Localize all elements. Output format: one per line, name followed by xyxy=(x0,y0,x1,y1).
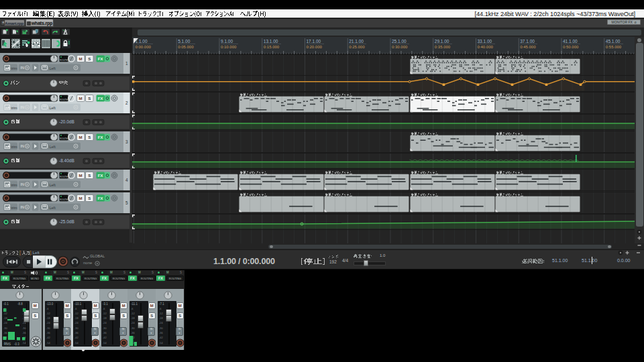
svg-text:Left: Left xyxy=(50,144,56,148)
svg-text:M: M xyxy=(79,135,83,139)
svg-text:1: 1 xyxy=(125,61,128,66)
svg-text:trim: trim xyxy=(11,105,18,109)
svg-text:IN: IN xyxy=(21,182,25,186)
svg-text:IN: IN xyxy=(21,66,25,70)
svg-text:trim: trim xyxy=(11,144,18,148)
svg-text:ROUTE: ROUTE xyxy=(60,99,68,101)
svg-text:M: M xyxy=(79,96,83,101)
svg-text:M: M xyxy=(79,173,83,178)
svg-text:S: S xyxy=(88,196,91,200)
svg-text:2: 2 xyxy=(125,101,128,105)
svg-text:S: S xyxy=(88,173,91,178)
svg-text:FX: FX xyxy=(98,196,103,200)
svg-text:S: S xyxy=(88,135,91,139)
svg-text:Left: Left xyxy=(50,183,56,187)
svg-text:IN: IN xyxy=(21,105,25,109)
svg-text:trim: trim xyxy=(11,205,18,209)
svg-text:FX: FX xyxy=(98,96,103,100)
svg-text:3: 3 xyxy=(125,139,128,144)
svg-text:ROUTE: ROUTE xyxy=(60,137,68,140)
svg-text:FX: FX xyxy=(98,174,103,178)
svg-text:ROUTE: ROUTE xyxy=(60,176,68,178)
svg-text:4: 4 xyxy=(125,178,128,182)
svg-text:Left: Left xyxy=(50,66,56,70)
svg-text:S: S xyxy=(88,96,91,101)
svg-text:M: M xyxy=(79,196,83,200)
svg-text:S: S xyxy=(88,56,91,61)
svg-text:IN: IN xyxy=(21,205,25,209)
svg-text:ROUTE: ROUTE xyxy=(60,59,68,62)
svg-text:5: 5 xyxy=(125,200,128,205)
svg-text:Left: Left xyxy=(50,205,56,209)
svg-text:trim: trim xyxy=(11,183,18,187)
svg-text:Left: Left xyxy=(50,105,56,109)
svg-text:FX: FX xyxy=(98,135,103,139)
svg-text:trim: trim xyxy=(11,66,18,70)
svg-text:FX: FX xyxy=(98,57,103,61)
svg-text:M: M xyxy=(79,56,83,61)
svg-text:IN: IN xyxy=(21,144,25,148)
svg-text:ROUTE: ROUTE xyxy=(60,198,68,201)
